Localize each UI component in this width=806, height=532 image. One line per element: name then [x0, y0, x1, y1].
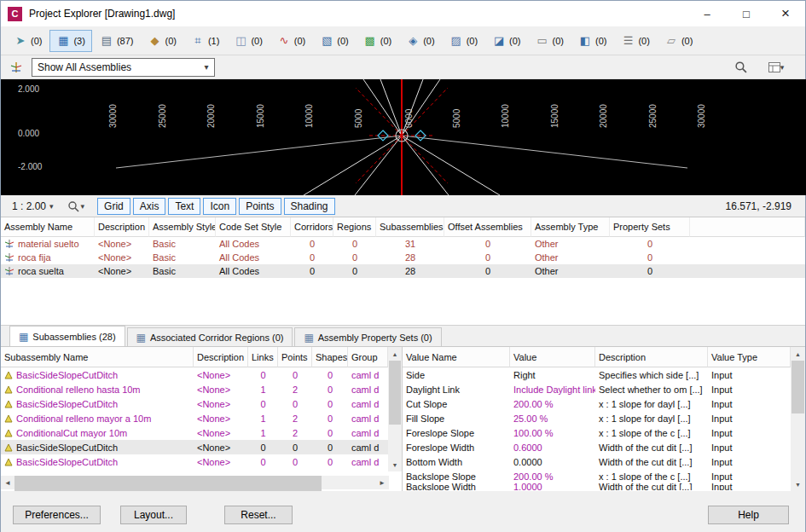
parameter-value[interactable]: 100.00 %	[510, 428, 595, 438]
parameter-value[interactable]: 200.00 %	[510, 399, 595, 409]
parameter-row[interactable]: Cut Slope 200.00 % x : 1 slope for dayl …	[403, 396, 791, 411]
scrollbar-thumb[interactable]	[792, 361, 804, 413]
column-header[interactable]: Shapes	[312, 347, 348, 367]
column-header[interactable]: Description	[595, 347, 708, 367]
category-tab[interactable]: ▭ (0)	[529, 30, 571, 52]
subassembly-row[interactable]: BasicSideSlopeCutDitch <None> 0 0 0 caml…	[1, 454, 388, 469]
parameter-row[interactable]: Fill Slope 25.00 % x : 1 slope for dayl …	[403, 411, 791, 425]
subassembly-row[interactable]: Conditional relleno mayor a 10m <None> 1…	[1, 411, 388, 425]
parameter-value[interactable]: Include Daylight link	[510, 385, 595, 395]
parameter-value[interactable]: 0.0000	[510, 457, 595, 467]
column-header[interactable]: Description	[194, 347, 248, 367]
preview-toggle-button[interactable]: Icon	[203, 198, 236, 215]
parameter-row[interactable]: Backslope Slope 200.00 % x : 1 slope of …	[403, 469, 791, 483]
shapes-count: 0	[312, 428, 348, 438]
subassembly-row[interactable]: BasicSideSlopeCutDitch <None> 0 0 0 caml…	[1, 396, 388, 411]
category-tab[interactable]: ▱ (0)	[658, 30, 699, 52]
subassembly-row[interactable]: ConditionalCut mayor 10m <None> 1 2 0 ca…	[1, 425, 388, 440]
close-button[interactable]: ×	[766, 1, 805, 26]
parameter-row[interactable]: Backslope Width 1.0000 Width of the cut …	[403, 483, 791, 490]
column-header[interactable]: Value Type	[708, 347, 791, 367]
zoom-button[interactable]: ▾	[64, 199, 89, 214]
column-header[interactable]: Value Name	[403, 347, 510, 367]
category-tab[interactable]: ◪ (0)	[485, 30, 527, 52]
detail-tab[interactable]: ▦ Subassemblies (28)	[9, 326, 125, 346]
category-tab[interactable]: ▤ (87)	[93, 30, 141, 52]
parameter-value[interactable]: 1.0000	[510, 483, 595, 490]
preview-toggle-button[interactable]: Axis	[133, 198, 166, 215]
column-header[interactable]: Assembly Name	[1, 217, 95, 237]
minimize-button[interactable]: –	[687, 1, 727, 26]
category-tab[interactable]: ➤ (0)	[7, 30, 49, 52]
scrollbar-track[interactable]	[388, 361, 402, 458]
column-header[interactable]: Offset Assemblies	[444, 217, 531, 237]
subassembly-row[interactable]: BasicSideSlopeCutDitch <None> 0 0 0 caml…	[1, 440, 388, 454]
scroll-right-button[interactable]: ►	[375, 476, 389, 489]
subassembly-row[interactable]: Conditional relleno hasta 10m <None> 1 2…	[1, 382, 388, 396]
scroll-up-button[interactable]: ▲	[388, 347, 402, 361]
column-header[interactable]: Value	[510, 347, 595, 367]
column-header[interactable]: Assembly Style	[149, 217, 216, 237]
preview-toggle-button[interactable]: Text	[168, 198, 200, 215]
assembly-row[interactable]: roca fija <None> Basic All Codes 0 0 28 …	[1, 251, 805, 264]
scrollbar-track[interactable]	[14, 476, 375, 489]
parameter-row[interactable]: Foreslope Slope 100.00 % x : 1 slope of …	[403, 425, 791, 440]
category-tab[interactable]: ▧ (0)	[313, 30, 355, 52]
category-tab[interactable]: ▨ (0)	[443, 30, 484, 52]
maximize-button[interactable]: □	[727, 1, 766, 26]
preview-toggle-button[interactable]: Grid	[97, 198, 130, 215]
reset-button[interactable]: Reset...	[224, 506, 293, 524]
parameter-value[interactable]: Right	[510, 370, 595, 380]
category-tab[interactable]: ∿ (0)	[270, 30, 312, 52]
parameter-value[interactable]: 25.00 %	[510, 413, 595, 424]
column-header[interactable]: Points	[278, 347, 312, 367]
parameter-value[interactable]: 200.00 %	[510, 471, 595, 482]
column-header[interactable]: Description	[95, 217, 149, 237]
scale-select[interactable]: 1 : 2.00 ▾	[8, 199, 58, 214]
assembly-filter-select[interactable]: Show All Assemblies ▾	[32, 58, 215, 77]
parameter-value[interactable]: 0.6000	[510, 442, 595, 453]
subassembly-row[interactable]: BasicSideSlopeCutDitch <None> 0 0 0 caml…	[1, 367, 388, 382]
column-header[interactable]: Assembly Type	[531, 217, 610, 237]
preferences-button[interactable]: Preferences...	[13, 506, 101, 524]
parameter-row[interactable]: Side Right Specifies which side [...] In…	[403, 367, 791, 382]
column-header[interactable]: Links	[248, 347, 278, 367]
parameter-row[interactable]: Daylight Link Include Daylight link Sele…	[403, 382, 791, 396]
parameter-row[interactable]: Bottom Width 0.0000 Width of the cut dit…	[403, 454, 791, 469]
category-tab[interactable]: ◫ (0)	[227, 30, 269, 52]
category-tab[interactable]: ◈ (0)	[399, 30, 441, 52]
column-header[interactable]: Subassemblies	[376, 217, 444, 237]
category-tab[interactable]: ▦ (3)	[49, 30, 91, 52]
scroll-down-button[interactable]: ▼	[791, 477, 805, 491]
category-tab[interactable]: ⌗ (1)	[184, 30, 226, 52]
category-tab[interactable]: ▩ (0)	[357, 30, 398, 52]
view-options-button[interactable]: ▾	[761, 58, 792, 77]
search-button[interactable]	[730, 58, 751, 77]
assembly-row[interactable]: material suelto <None> Basic All Codes 0…	[1, 237, 805, 251]
scroll-down-button[interactable]: ▼	[388, 458, 402, 471]
scrollbar-thumb[interactable]	[389, 361, 401, 425]
layout-button[interactable]: Layout...	[120, 506, 187, 524]
scroll-up-button[interactable]: ▲	[791, 347, 805, 361]
add-assembly-button[interactable]	[6, 58, 26, 77]
category-tab[interactable]: ◧ (0)	[571, 30, 613, 52]
parameter-value-type: Input	[708, 471, 791, 482]
scrollbar-track[interactable]	[791, 361, 805, 477]
scroll-left-button[interactable]: ◄	[1, 476, 14, 489]
preview-toggle-button[interactable]: Points	[239, 198, 281, 215]
assembly-row[interactable]: roca suelta <None> Basic All Codes 0 0 2…	[1, 264, 805, 278]
column-header[interactable]: Regions	[333, 217, 376, 237]
detail-tab[interactable]: ▦ Assembly Property Sets (0)	[294, 327, 441, 346]
preview-toggle-button[interactable]: Shading	[284, 198, 335, 215]
parameter-row[interactable]: Foreslope Width 0.6000 Width of the cut …	[403, 440, 791, 454]
category-tab[interactable]: ◆ (0)	[141, 30, 183, 52]
column-header[interactable]: Code Set Style	[216, 217, 291, 237]
detail-tab[interactable]: ▦ Associated Corridor Regions (0)	[127, 327, 293, 346]
column-header[interactable]: Corridors	[291, 217, 333, 237]
column-header[interactable]: Property Sets	[610, 217, 690, 237]
column-header[interactable]: Subassembly Name	[1, 347, 194, 367]
category-tab[interactable]: ☰ (0)	[614, 30, 656, 52]
assembly-preview-viewport[interactable]: 2.000 0.000 -2.000 30000 25000 20000 150…	[1, 79, 806, 195]
help-button[interactable]: Help	[708, 506, 789, 524]
column-header[interactable]: Group	[348, 347, 388, 367]
